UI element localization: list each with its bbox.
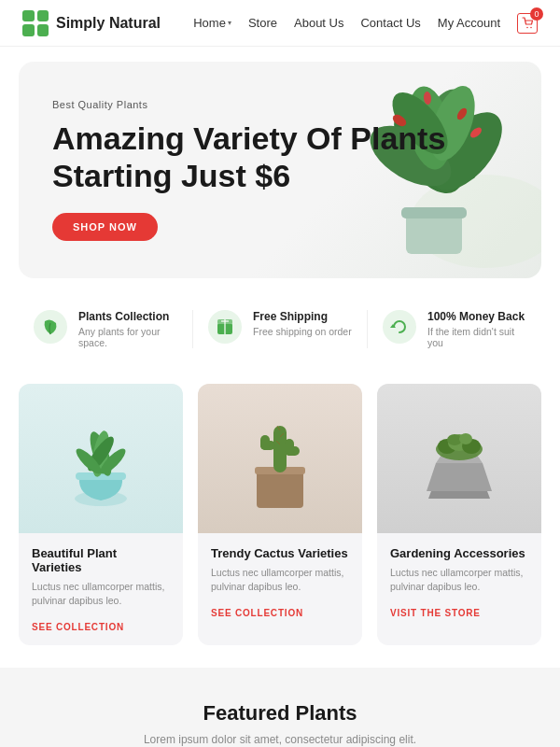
card-link-accessories[interactable]: VISIT THE STORE [390, 608, 481, 618]
nav-store[interactable]: Store [248, 16, 277, 30]
hero-section: Best Quality Plants Amazing Variety Of P… [19, 62, 541, 278]
card-title-cactus: Trendy Cactus Varieties [211, 546, 349, 560]
svg-point-22 [383, 310, 416, 344]
main-nav: Home ▾ Store About Us Contact Us My Acco… [193, 13, 538, 34]
card-image-accessories [377, 384, 541, 533]
feature-free-shipping: Free Shipping Free shipping on order [192, 310, 367, 348]
box-icon [208, 310, 242, 344]
svg-point-49 [459, 433, 472, 444]
card-title-accessories: Gardening Accessories [390, 546, 528, 560]
feature-title-plants: Plants Collection [78, 310, 177, 323]
svg-rect-31 [257, 471, 303, 508]
svg-point-1 [530, 27, 532, 29]
svg-rect-37 [285, 439, 294, 456]
feature-title-money-back: 100% Money Back [427, 310, 526, 323]
card-image-plants [19, 384, 183, 533]
card-image-cactus [198, 384, 362, 533]
feature-plants-collection: Plants Collection Any plants for your sp… [19, 310, 192, 348]
collection-card-accessories: Gardening Accessories Luctus nec ullamco… [377, 384, 541, 644]
svg-rect-33 [273, 426, 287, 472]
featured-desc: Lorem ipsum dolor sit amet, consectetur … [19, 733, 541, 746]
cart-count: 0 [530, 7, 543, 21]
featured-title: Featured Plants [19, 701, 541, 726]
collection-card-cactus: Trendy Cactus Varieties Luctus nec ullam… [198, 384, 362, 644]
shop-now-button[interactable]: SHOP NOW [52, 213, 158, 241]
featured-section: Featured Plants Lorem ipsum dolor sit am… [0, 668, 560, 747]
nav-account[interactable]: My Account [438, 16, 500, 30]
feature-money-back: 100% Money Back If the item didn't suit … [367, 310, 541, 348]
svg-marker-42 [428, 491, 490, 499]
logo[interactable]: Simply Natural [22, 10, 161, 36]
hero-title: Amazing Variety Of Plants Starting Just … [52, 120, 508, 194]
svg-point-0 [526, 27, 528, 29]
card-desc-cactus: Luctus nec ullamcorper mattis, pulvinar … [211, 566, 349, 593]
feature-desc-money-back: If the item didn't suit you [427, 326, 526, 348]
chevron-down-icon: ▾ [228, 19, 231, 27]
feature-desc-shipping: Free shipping on order [253, 326, 352, 337]
refresh-icon [383, 310, 416, 344]
logo-icon [22, 10, 49, 36]
collection-card-plants: Beautiful Plant Varieties Luctus nec ull… [19, 384, 183, 644]
nav-home[interactable]: Home ▾ [193, 16, 231, 30]
features-bar: Plants Collection Any plants for your sp… [0, 293, 560, 365]
card-desc-accessories: Luctus nec ullamcorper mattis, pulvinar … [390, 566, 528, 593]
feature-desc-plants: Any plants for your space. [78, 326, 177, 348]
collection-section: Beautiful Plant Varieties Luctus nec ull… [0, 365, 560, 667]
site-header: Simply Natural Home ▾ Store About Us Con… [0, 0, 560, 47]
nav-about[interactable]: About Us [294, 16, 343, 30]
logo-text: Simply Natural [56, 15, 161, 32]
card-desc-plants: Luctus nec ullamcorper mattis, pulvinar … [32, 580, 170, 607]
cart-button[interactable]: 0 [517, 13, 538, 34]
hero-tag: Best Quality Plants [52, 99, 508, 110]
card-link-plants[interactable]: SEE COLLECTION [32, 622, 124, 632]
nav-contact[interactable]: Contact Us [360, 16, 420, 30]
svg-marker-41 [427, 463, 492, 491]
feature-title-shipping: Free Shipping [253, 310, 352, 323]
card-title-plants: Beautiful Plant Varieties [32, 546, 170, 574]
leaf-icon [34, 310, 67, 344]
svg-rect-35 [260, 435, 270, 450]
card-link-cactus[interactable]: SEE COLLECTION [211, 608, 303, 618]
hero-content: Best Quality Plants Amazing Variety Of P… [52, 99, 508, 241]
